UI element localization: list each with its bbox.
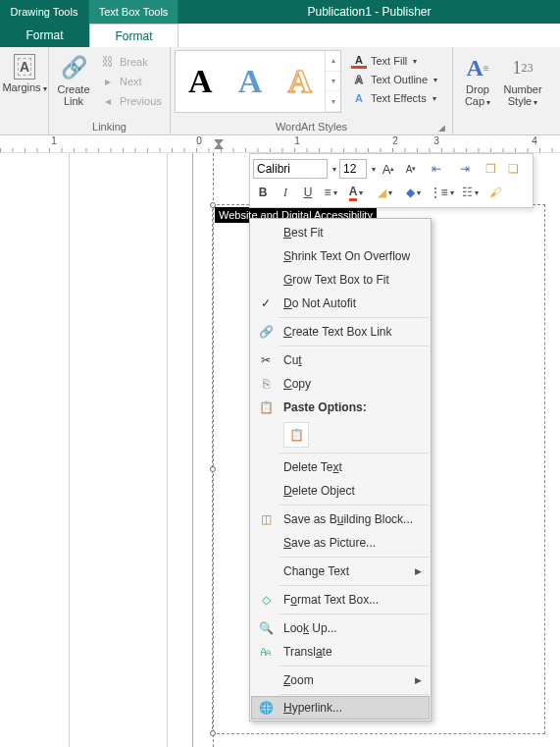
wordart-style-3[interactable]: A [275,51,325,112]
hyperlink-icon: 🌐 [252,701,280,715]
align-button[interactable]: ≡▾ [321,183,340,202]
menu-copy[interactable]: ⎘Copy [252,372,429,396]
menu-create-link[interactable]: 🔗Create Text Box Link [252,320,429,344]
block-icon: ◫ [252,512,280,526]
styles-icon: ☷ [462,186,473,199]
drop-cap-button[interactable]: A≡ Drop Cap▾ [457,50,498,108]
italic-button[interactable]: I [276,183,295,202]
gallery-more[interactable]: ▾ [326,91,340,112]
text-fill-button[interactable]: AText Fill▾ [351,53,437,69]
font-size-selector[interactable] [339,159,367,179]
context-tab-drawing[interactable]: Drawing Tools [0,0,89,24]
menu-best-fit[interactable]: BBest Fitest Fit [252,221,429,244]
check-icon: ✓ [252,296,280,310]
wordart-group-label: WordArt Styles◢ [175,119,448,134]
menu-cut[interactable]: ✂Cut [252,348,429,372]
translate-icon: 🗛 [252,645,280,659]
font-dropdown-icon[interactable]: ▾ [332,165,336,174]
resize-handle-w[interactable] [210,466,216,472]
wordart-style-1[interactable]: A [176,51,226,112]
styles-button[interactable]: ☷▾ [457,183,483,202]
horizontal-ruler[interactable]: 1 0 1 2 3 4 [0,135,560,153]
context-tab-textbox[interactable]: Text Box Tools [89,0,178,24]
highlight-button[interactable]: ◢▾ [372,183,397,202]
menu-separator [280,614,429,614]
shrink-font-button[interactable]: A▾ [401,159,421,179]
text-effects-icon: A [351,90,367,106]
menu-shrink-overflow[interactable]: Shrink Text On Overflow [252,244,429,268]
format-painter-button[interactable]: 🖌 [485,183,505,202]
tab-format-textbox[interactable]: Format [89,24,178,47]
previous-link-button: ◂Previous [98,92,164,110]
copy-icon: ⎘ [252,377,280,391]
menu-translate[interactable]: 🗛Translate [252,640,429,664]
document-canvas[interactable]: Website and Digital Accessibility ▾ ▾ A▴… [0,153,560,747]
menu-format-textbox[interactable]: ◇Format Text Box... [252,588,429,612]
text-fill-icon: A [351,53,367,69]
text-effects-button[interactable]: AText Effects▾ [351,90,437,106]
font-color-button[interactable]: A▾ [343,183,369,202]
bullets-button[interactable]: ⋮≡▾ [429,183,454,202]
margins-icon: A [14,54,35,80]
fill-color-button[interactable]: ◆▾ [400,183,426,202]
number-style-icon: 123 [509,54,536,81]
svg-marker-1 [214,143,224,149]
menu-separator [280,585,429,586]
link-icon: 🔗 [252,325,280,339]
grow-font-button[interactable]: A▴ [379,159,398,179]
paste-style-icon: ❏ [508,162,519,176]
break-icon: ⛓ [100,54,116,70]
menu-change-text[interactable]: Change Text▶ [252,560,429,583]
gallery-up[interactable]: ▴ [326,51,340,72]
wordart-dialog-launcher[interactable]: ◢ [436,123,446,133]
bucket-icon: ◆ [406,186,415,199]
text-outline-button[interactable]: AText Outline▾ [351,72,437,87]
menu-delete-text[interactable]: Delete Text [252,455,429,479]
menu-separator [280,557,429,558]
format-icon: ◇ [252,593,280,607]
create-link-button[interactable]: 🔗 Create Link [53,50,94,107]
size-dropdown-icon[interactable]: ▾ [372,165,376,174]
menu-separator [280,317,429,318]
brush-icon: 🖌 [489,186,501,199]
ribbon: A Margins▾ 🔗 Create Link ⛓Break ▸Next ◂P… [0,47,560,135]
margins-button[interactable]: A Margins▾ [4,50,45,94]
font-selector[interactable] [253,159,328,179]
paste-keep-formatting[interactable]: 📋 [283,422,309,448]
menu-save-picture[interactable]: Save as Picture... [252,531,429,555]
increase-indent-button[interactable]: ⇥ [452,159,478,179]
menu-save-building-block[interactable]: ◫Save as Building Block... [252,507,429,531]
margins-label: Margins [2,81,40,93]
next-link-button: ▸Next [98,73,164,90]
paste-style-button[interactable]: ❏ [503,159,523,179]
title-bar: Drawing Tools Text Box Tools Publication… [0,0,560,24]
decrease-indent-button[interactable]: ⇤ [424,159,449,179]
copy-style-icon: ❐ [485,162,496,176]
app-title: Publication1 - Publisher [178,0,560,24]
number-style-button[interactable]: 123 Number Style▾ [502,50,543,108]
indent-marker[interactable] [214,139,224,149]
wordart-style-2[interactable]: A [226,51,276,112]
bold-button[interactable]: B [253,183,273,202]
tab-row: Format Format [0,24,560,47]
gallery-down[interactable]: ▾ [326,72,340,92]
underline-button[interactable]: U [298,183,318,202]
copy-style-button[interactable]: ❐ [481,159,500,179]
cut-icon: ✂ [252,353,280,367]
menu-separator [280,666,429,667]
wordart-gallery[interactable]: A A A ▴ ▾ ▾ [175,50,341,113]
tab-format-drawing[interactable]: Format [0,24,89,47]
mini-toolbar: ▾ ▾ A▴ A▾ ⇤ ⇥ ❐ ❏ B I U ≡▾ A▾ ◢▾ ◆▾ ⋮≡▾ … [249,153,534,208]
text-outline-icon: A [351,72,367,87]
menu-grow-textbox[interactable]: Grow Text Box to Fit [252,268,429,292]
menu-separator [280,694,429,695]
menu-look-up[interactable]: 🔍Look Up... [252,616,429,640]
create-link-label: Create Link [57,83,89,107]
menu-delete-object[interactable]: Delete Object [252,479,429,503]
linking-group-label: Linking [53,119,166,134]
link-icon: 🔗 [60,54,87,81]
menu-hyperlink[interactable]: 🌐Hyperlink... [251,696,430,720]
menu-no-autofit[interactable]: ✓Do Not Autofit [252,292,429,315]
menu-zoom[interactable]: Zoom▶ [252,668,429,692]
resize-handle-sw[interactable] [210,730,216,736]
